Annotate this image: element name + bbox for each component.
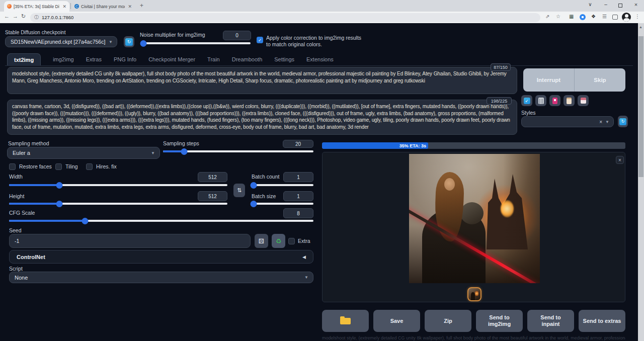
- paste-generation-params-button[interactable]: ↙: [521, 95, 532, 106]
- clear-styles-icon[interactable]: ×: [599, 119, 605, 125]
- chevron-down-icon: ▼: [304, 275, 313, 280]
- window-maximize-icon[interactable]: [618, 4, 622, 8]
- height-label: Height: [9, 193, 24, 199]
- swap-dimensions-button[interactable]: ⇅: [233, 184, 245, 197]
- profile-avatar[interactable]: [622, 13, 631, 22]
- tiling-checkbox[interactable]: [55, 163, 62, 170]
- script-label: Script: [9, 266, 23, 272]
- reading-list-icon[interactable]: ☰: [602, 14, 607, 19]
- back-icon[interactable]: ←: [4, 13, 10, 19]
- send-to-extras-button[interactable]: Send to extras: [579, 310, 625, 332]
- window-minimize-icon[interactable]: –: [602, 2, 610, 7]
- gallery-thumbnail[interactable]: [467, 287, 481, 301]
- close-preview-button[interactable]: ×: [616, 156, 624, 164]
- send-to-inpaint-button[interactable]: Send to inpaint: [527, 310, 574, 332]
- save-button[interactable]: Save: [373, 310, 420, 332]
- color-correction-checkbox[interactable]: ✓: [257, 37, 263, 43]
- restore-faces-checkbox[interactable]: [9, 163, 16, 170]
- slider-thumb[interactable]: [251, 182, 257, 189]
- refresh-checkpoint-button[interactable]: ↻: [124, 36, 134, 47]
- batch-size-slider[interactable]: [251, 203, 313, 205]
- reload-icon[interactable]: ↻: [21, 13, 26, 20]
- slider-thumb[interactable]: [140, 40, 147, 47]
- width-slider[interactable]: [9, 184, 227, 186]
- side-panel-icon[interactable]: [612, 15, 618, 20]
- save-style-button[interactable]: [578, 95, 589, 106]
- tab-extensions[interactable]: Extensions: [306, 56, 334, 66]
- tab-dreambooth[interactable]: Dreambooth: [232, 56, 263, 66]
- bookmark-star-icon[interactable]: ☆: [556, 14, 560, 19]
- negative-prompt-textarea[interactable]: canvas frame, cartoon, 3d, ((disfigured)…: [7, 100, 517, 135]
- menu-dots-icon[interactable]: ⋮: [635, 14, 640, 19]
- main-tab-bar: txt2img img2img Extras PNG Info Checkpoi…: [7, 53, 334, 66]
- hires-fix-checkbox[interactable]: [86, 163, 93, 170]
- clear-prompt-button[interactable]: [535, 95, 546, 106]
- batch-count-value[interactable]: 1: [283, 172, 313, 182]
- tab-txt2img[interactable]: txt2img: [7, 53, 41, 66]
- url-text: 127.0.0.1:7860: [42, 15, 73, 20]
- reuse-seed-button[interactable]: ♻: [272, 234, 285, 248]
- window-chevron-icon[interactable]: ∨: [586, 2, 594, 7]
- tab-close-icon[interactable]: ✕: [128, 4, 132, 9]
- zip-button[interactable]: Zip: [425, 310, 471, 332]
- open-folder-button[interactable]: [322, 310, 369, 332]
- browser-tab-stable-diffusion[interactable]: [35% ETA: 3s] Stable Diffusion ✕: [4, 1, 69, 12]
- tab-img2img[interactable]: img2img: [53, 56, 74, 66]
- batch-size-value[interactable]: 1: [283, 191, 313, 201]
- skip-button[interactable]: Skip: [575, 68, 625, 92]
- seed-input[interactable]: -1: [9, 234, 251, 248]
- controlnet-accordion[interactable]: ControlNet ◀: [9, 250, 313, 264]
- batch-count-slider[interactable]: [251, 184, 313, 186]
- noise-multiplier-slider[interactable]: [141, 42, 251, 44]
- prompt-token-counter: 87/150: [491, 63, 511, 71]
- apply-styles-button[interactable]: [564, 95, 575, 106]
- sampling-steps-value[interactable]: 20: [283, 140, 313, 148]
- tab-close-icon[interactable]: ✕: [62, 4, 66, 9]
- extension-grid-icon[interactable]: ▦: [569, 14, 574, 19]
- cfg-scale-value[interactable]: 8: [283, 208, 313, 218]
- width-value[interactable]: 512: [198, 172, 227, 182]
- refresh-styles-button[interactable]: ↻: [618, 116, 628, 127]
- sampling-steps-slider[interactable]: [163, 150, 313, 152]
- send-to-img2img-button[interactable]: Send to img2img: [476, 310, 523, 332]
- script-dropdown[interactable]: None ▼: [9, 272, 313, 283]
- new-tab-button[interactable]: +: [140, 2, 143, 9]
- cfg-scale-slider[interactable]: [9, 220, 313, 222]
- slider-thumb[interactable]: [181, 148, 187, 155]
- extra-seed-checkbox[interactable]: [288, 238, 295, 244]
- browser-tab-civitai[interactable]: C Civitai | Share your models ✕: [71, 1, 135, 12]
- extra-networks-button[interactable]: [549, 95, 560, 106]
- extension-blue-icon[interactable]: [580, 14, 586, 20]
- height-value[interactable]: 512: [198, 191, 227, 201]
- extensions-puzzle-icon[interactable]: ❖: [591, 14, 596, 19]
- scrollbar-thumb[interactable]: [638, 36, 643, 177]
- tab-png-info[interactable]: PNG Info: [114, 56, 136, 66]
- styles-dropdown[interactable]: × ▼: [521, 116, 614, 127]
- slider-thumb[interactable]: [56, 182, 62, 189]
- sampling-method-dropdown[interactable]: Euler a ▼: [7, 147, 160, 159]
- tab-extras[interactable]: Extras: [86, 56, 102, 66]
- slider-thumb[interactable]: [82, 218, 89, 224]
- tab-settings[interactable]: Settings: [274, 56, 294, 66]
- prompt-textarea[interactable]: modelshoot style, (extremely detailed CG…: [7, 67, 517, 94]
- dice-icon: ⚄: [259, 237, 264, 245]
- noise-multiplier-value[interactable]: 0: [223, 31, 251, 40]
- slider-thumb[interactable]: [251, 201, 257, 207]
- share-icon[interactable]: ⇗: [545, 14, 549, 19]
- checkpoint-dropdown[interactable]: SD15NewVAEpruned.ckpt [27a4ac756c] ▼: [5, 36, 117, 47]
- random-seed-button[interactable]: ⚄: [255, 234, 268, 248]
- address-bar[interactable]: ⓘ 127.0.0.1:7860: [30, 13, 540, 22]
- forward-icon[interactable]: →: [13, 13, 18, 19]
- generated-image[interactable]: [409, 154, 540, 283]
- page-scrollbar[interactable]: ▲: [638, 23, 644, 341]
- height-slider[interactable]: [9, 203, 227, 205]
- tab-train[interactable]: Train: [207, 56, 220, 66]
- interrupt-button[interactable]: Interrupt: [523, 68, 575, 92]
- scroll-up-icon[interactable]: ▲: [639, 25, 642, 29]
- checkpoint-label: Stable Diffusion checkpoint: [5, 30, 65, 35]
- slider-thumb[interactable]: [56, 201, 62, 207]
- batch-count-label: Batch count: [252, 174, 279, 180]
- window-close-icon[interactable]: ×: [632, 2, 640, 8]
- tab-checkpoint-merger[interactable]: Checkpoint Merger: [148, 56, 195, 66]
- site-info-icon[interactable]: ⓘ: [34, 14, 39, 21]
